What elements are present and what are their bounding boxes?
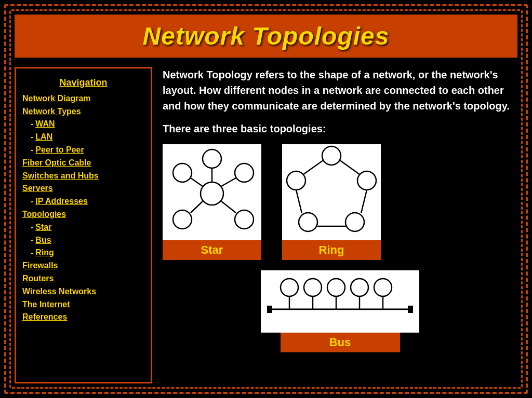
sidebar-link-ring[interactable]: Ring [35, 246, 54, 259]
svg-point-0 [201, 182, 223, 205]
sidebar-item-references[interactable]: References [22, 311, 144, 324]
svg-line-17 [361, 190, 367, 213]
svg-point-9 [173, 163, 192, 182]
svg-line-8 [191, 201, 203, 213]
sidebar-item-switches[interactable]: Switches and Hubs [22, 170, 144, 183]
content-area: Navigation Network Diagram Network Types… [15, 67, 517, 383]
bus-diagram-card: Bus [261, 270, 419, 352]
svg-line-16 [339, 160, 360, 174]
title-bar: Network Topologies [15, 15, 517, 58]
ring-label: Ring [282, 240, 381, 260]
svg-point-27 [304, 279, 322, 296]
sidebar-sub-lan: - LAN [22, 131, 144, 144]
svg-point-29 [327, 279, 345, 296]
page-title: Network Topologies [25, 22, 507, 50]
ring-canvas [282, 144, 381, 240]
sidebar-item-wireless[interactable]: Wireless Networks [22, 285, 144, 298]
sidebar-sub-ring: - Ring [22, 246, 144, 259]
page: Network Topologies Navigation Network Di… [15, 15, 517, 383]
svg-line-4 [221, 178, 236, 186]
sidebar-item-fiber-optic[interactable]: Fiber Optic Cable [22, 157, 144, 170]
svg-rect-22 [267, 306, 272, 313]
sidebar-item-servers[interactable]: Servers [22, 182, 144, 195]
sidebar-item-routers[interactable]: Routers [22, 272, 144, 285]
sidebar-item-topologies[interactable]: Topologies [22, 208, 144, 221]
svg-rect-23 [408, 306, 413, 313]
sidebar-nav-title[interactable]: Navigation [22, 76, 144, 90]
star-canvas [163, 144, 261, 240]
star-diagram-card: Star [163, 144, 261, 260]
svg-point-11 [322, 146, 341, 165]
sidebar-item-network-diagram[interactable]: Network Diagram [22, 92, 144, 105]
sidebar-item-firewalls[interactable]: Firewalls [22, 259, 144, 272]
sidebar-sub-bus: - Bus [22, 234, 144, 247]
svg-point-3 [235, 163, 254, 182]
diagrams-area: Star [163, 144, 517, 383]
sidebar-link-lan[interactable]: LAN [35, 131, 52, 144]
sidebar-sub-ip: - IP Addresses [22, 195, 144, 208]
svg-point-31 [351, 279, 368, 296]
sidebar-link-peer[interactable]: Peer to Peer [35, 144, 84, 157]
sidebar-link-star[interactable]: Star [35, 221, 51, 234]
svg-point-5 [235, 210, 254, 229]
svg-point-12 [357, 171, 376, 190]
sidebar-link-ip[interactable]: IP Addresses [35, 195, 88, 208]
svg-point-1 [203, 149, 221, 168]
diagrams-row-bottom: Bus [163, 270, 517, 352]
bus-canvas [261, 270, 419, 333]
sidebar-sub-star: - Star [22, 221, 144, 234]
sub-heading: There are three basic topologies: [163, 123, 517, 135]
svg-line-10 [191, 178, 203, 186]
svg-point-15 [287, 171, 305, 190]
sidebar-link-wan[interactable]: WAN [35, 118, 55, 131]
description-text: Network Topology refers to the shape of … [163, 67, 517, 114]
svg-line-6 [221, 201, 236, 213]
diagrams-row-top: Star [163, 144, 517, 260]
svg-point-7 [173, 210, 192, 229]
bus-label: Bus [281, 333, 400, 352]
sidebar: Navigation Network Diagram Network Types… [15, 67, 152, 383]
svg-point-14 [299, 213, 317, 231]
main-content: Network Topology refers to the shape of … [163, 67, 517, 383]
sidebar-link-bus[interactable]: Bus [35, 234, 51, 247]
sidebar-sub-peer: - Peer to Peer [22, 144, 144, 157]
svg-line-19 [296, 190, 302, 213]
sidebar-item-internet[interactable]: The Internet [22, 298, 144, 311]
svg-point-25 [281, 279, 298, 296]
sidebar-sub-wan: - WAN [22, 118, 144, 131]
ring-diagram-card: Ring [282, 144, 381, 260]
svg-point-33 [374, 279, 392, 296]
sidebar-item-network-types[interactable]: Network Types [22, 105, 144, 118]
star-label: Star [163, 240, 261, 260]
svg-line-20 [303, 160, 323, 174]
svg-point-13 [345, 213, 364, 231]
